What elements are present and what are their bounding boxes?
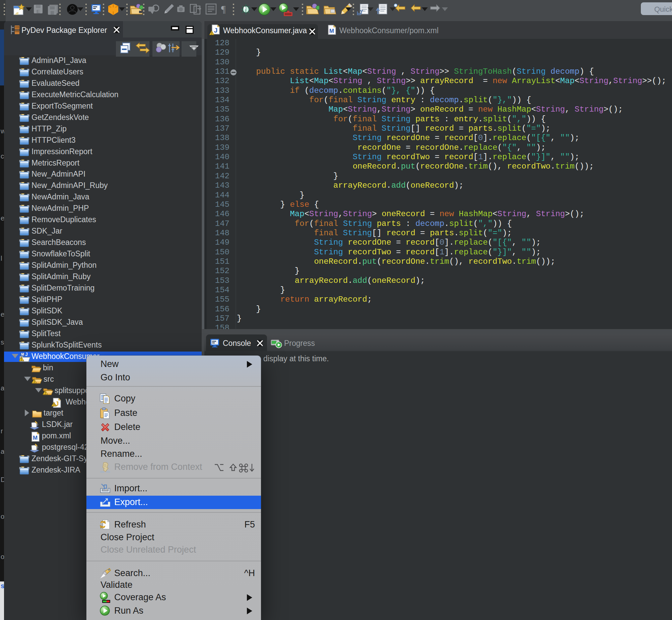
svg-text:M: M (33, 435, 38, 441)
svg-text:J: J (214, 27, 218, 34)
svg-text:M: M (329, 28, 334, 34)
svg-text:M: M (21, 353, 24, 356)
svg-text:J: J (25, 352, 28, 357)
